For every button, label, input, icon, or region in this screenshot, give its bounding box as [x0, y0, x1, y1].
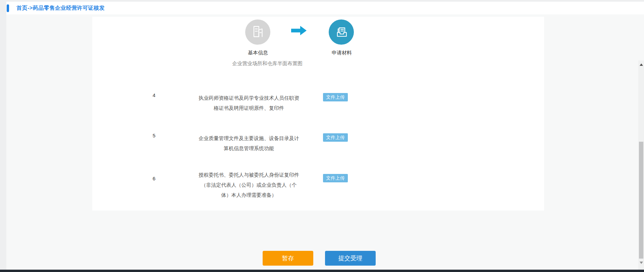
save-draft-button[interactable]: 暂存 — [263, 251, 313, 266]
scroll-up-arrow-icon[interactable] — [640, 63, 643, 66]
step-basic-info[interactable] — [245, 19, 270, 45]
file-upload-button[interactable]: 文件上传 — [323, 93, 348, 101]
scrollbar-thumb[interactable] — [639, 142, 643, 259]
accent-bar — [7, 4, 9, 12]
step-label-application-materials[interactable]: 申请材料 — [320, 50, 364, 56]
material-item-text-fragment: 企业营业场所和仓库半面布置图 — [217, 60, 318, 67]
file-upload-button[interactable]: 文件上传 — [323, 174, 348, 182]
material-row-number: 4 — [153, 92, 161, 98]
material-row-text: 企业质量管理文件及主要设施、设备目录及计算机信息管理系统功能 — [199, 133, 299, 153]
step-application-materials[interactable] — [329, 19, 354, 45]
material-row-number: 5 — [153, 133, 161, 138]
step-label-basic-info[interactable]: 基本信息 — [236, 50, 280, 56]
window-bottom-edge — [0, 270, 644, 272]
scroll-down-arrow-icon[interactable] — [640, 262, 643, 264]
breadcrumb[interactable]: 首页->药品零售企业经营许可证核发 — [16, 5, 105, 12]
material-row-number: 6 — [153, 176, 161, 181]
right-arrow-icon — [291, 26, 307, 35]
application-materials-panel: 基本信息 申请材料 企业营业场所和仓库半面布置图 4 执业药师资格证书及药学专业… — [92, 17, 544, 211]
material-row-text: 执业药师资格证书及药学专业技术人员任职资格证书及聘用证明原件、复印件 — [199, 93, 299, 113]
breadcrumb-bar: 首页->药品零售企业经营许可证核发 — [6, 2, 644, 14]
submit-for-acceptance-button[interactable]: 提交受理 — [325, 251, 376, 266]
window-left-margin — [0, 0, 6, 270]
documents-tray-icon — [334, 25, 348, 40]
material-row-text: 授权委托书、委托人与被委托人身份证复印件（非法定代表人（公司）或企业负责人（个体… — [199, 170, 299, 200]
file-upload-button[interactable]: 文件上传 — [323, 133, 348, 142]
vertical-scrollbar[interactable] — [638, 60, 644, 270]
building-icon — [251, 25, 265, 40]
